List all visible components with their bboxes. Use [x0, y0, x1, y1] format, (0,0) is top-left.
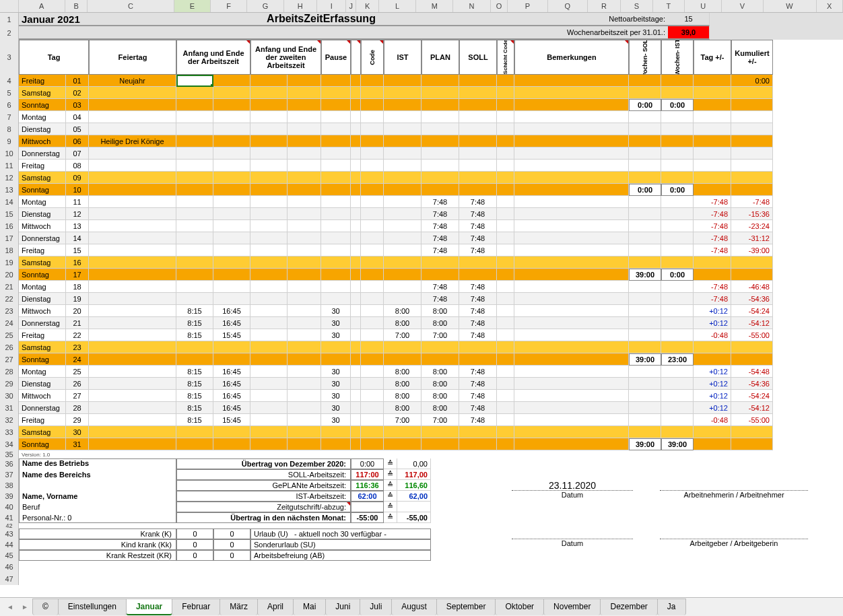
- start2-cell[interactable]: [250, 414, 288, 426]
- wist-cell[interactable]: [661, 172, 694, 184]
- day-cell[interactable]: Freitag: [19, 244, 66, 256]
- ist-cell[interactable]: [384, 426, 422, 438]
- col-header-V[interactable]: V: [722, 0, 763, 12]
- start1-cell[interactable]: [176, 256, 213, 269]
- column-headers[interactable]: ABCEFGHIJKLMNOPQRSTUVWX: [0, 0, 843, 13]
- soll-cell[interactable]: 7:48: [459, 281, 497, 293]
- tag-cell[interactable]: [694, 269, 731, 281]
- col-header-L[interactable]: L: [379, 0, 416, 12]
- code-cell[interactable]: [361, 208, 384, 220]
- bem-cell[interactable]: [514, 402, 629, 414]
- bem-cell[interactable]: [514, 414, 629, 426]
- plan-cell[interactable]: [422, 172, 459, 184]
- wsoll-cell[interactable]: 39:00: [629, 438, 661, 450]
- start2-cell[interactable]: [250, 269, 288, 281]
- kum-cell[interactable]: [731, 438, 773, 450]
- cell[interactable]: [351, 256, 361, 269]
- ist-cell[interactable]: [384, 147, 422, 160]
- plan-cell[interactable]: 7:48: [422, 220, 459, 232]
- wist-cell[interactable]: [661, 75, 694, 87]
- plan-cell[interactable]: [422, 426, 459, 438]
- ist-cell[interactable]: 8:00: [384, 305, 422, 317]
- ist-cell[interactable]: [384, 160, 422, 172]
- tag-cell[interactable]: +0:12: [694, 305, 731, 317]
- plan-cell[interactable]: 8:00: [422, 390, 459, 402]
- end2-cell[interactable]: [288, 123, 321, 135]
- col-header-C[interactable]: C: [88, 0, 174, 12]
- soll-cell[interactable]: [459, 256, 497, 269]
- sheet-tab-april[interactable]: April: [257, 598, 294, 607]
- feiertag-cell[interactable]: [89, 366, 176, 378]
- col-header-Q[interactable]: Q: [548, 0, 588, 12]
- daynum-cell[interactable]: 18: [66, 281, 89, 293]
- cell[interactable]: [497, 184, 514, 196]
- soll-cell[interactable]: 7:48: [459, 366, 497, 378]
- end2-cell[interactable]: [288, 341, 321, 353]
- start2-cell[interactable]: [250, 438, 288, 450]
- kum-cell[interactable]: -46:48: [731, 281, 773, 293]
- pause-cell[interactable]: [321, 269, 351, 281]
- sheet-tab-februar[interactable]: Februar: [172, 598, 220, 607]
- start1-cell[interactable]: [176, 341, 213, 353]
- end1-cell[interactable]: [213, 220, 250, 232]
- soll-cell[interactable]: 7:48: [459, 293, 497, 305]
- start2-cell[interactable]: [250, 353, 288, 366]
- cell[interactable]: [497, 305, 514, 317]
- row-number[interactable]: 35: [0, 450, 19, 458]
- plan-cell[interactable]: 7:00: [422, 414, 459, 426]
- cell[interactable]: [351, 220, 361, 232]
- end2-cell[interactable]: [288, 220, 321, 232]
- row-number[interactable]: 17: [0, 232, 19, 244]
- ist-cell[interactable]: [384, 172, 422, 184]
- end2-cell[interactable]: [288, 111, 321, 123]
- plan-cell[interactable]: 7:48: [422, 281, 459, 293]
- start1-cell[interactable]: [176, 220, 213, 232]
- wist-cell[interactable]: [661, 123, 694, 135]
- daynum-cell[interactable]: 03: [66, 99, 89, 111]
- wist-cell[interactable]: [661, 244, 694, 256]
- kum-cell[interactable]: -55:00: [731, 329, 773, 341]
- plan-cell[interactable]: [422, 256, 459, 269]
- bem-cell[interactable]: [514, 341, 629, 353]
- code-cell[interactable]: [361, 269, 384, 281]
- daynum-cell[interactable]: 06: [66, 135, 89, 147]
- cell[interactable]: [351, 87, 361, 99]
- tag-cell[interactable]: [694, 184, 731, 196]
- col-header-S[interactable]: S: [621, 0, 652, 12]
- cell[interactable]: [351, 147, 361, 160]
- tag-cell[interactable]: [694, 172, 731, 184]
- plan-cell[interactable]: 7:00: [422, 329, 459, 341]
- start2-cell[interactable]: [250, 99, 288, 111]
- end2-cell[interactable]: [288, 378, 321, 390]
- soll-cell[interactable]: [459, 160, 497, 172]
- start1-cell[interactable]: [176, 99, 213, 111]
- wsoll-cell[interactable]: 39:00: [629, 269, 661, 281]
- day-cell[interactable]: Sonntag: [19, 438, 66, 450]
- day-cell[interactable]: Dienstag: [19, 293, 66, 305]
- daynum-cell[interactable]: 05: [66, 123, 89, 135]
- end1-cell[interactable]: [213, 341, 250, 353]
- day-cell[interactable]: Freitag: [19, 329, 66, 341]
- wsoll-cell[interactable]: [629, 305, 661, 317]
- col-header-K[interactable]: K: [356, 0, 379, 12]
- kum-cell[interactable]: -55:00: [731, 414, 773, 426]
- soll-cell[interactable]: 7:48: [459, 378, 497, 390]
- wsoll-cell[interactable]: [629, 208, 661, 220]
- kum-cell[interactable]: -39:00: [731, 244, 773, 256]
- pause-cell[interactable]: [321, 220, 351, 232]
- cell[interactable]: [351, 160, 361, 172]
- col-header-P[interactable]: P: [508, 0, 547, 12]
- plan-cell[interactable]: 7:48: [422, 232, 459, 244]
- ist-cell[interactable]: 7:00: [384, 414, 422, 426]
- cell[interactable]: [497, 99, 514, 111]
- ist-cell[interactable]: [384, 220, 422, 232]
- start1-cell[interactable]: [176, 293, 213, 305]
- code-cell[interactable]: [361, 184, 384, 196]
- pause-cell[interactable]: [321, 99, 351, 111]
- daynum-cell[interactable]: 13: [66, 220, 89, 232]
- start1-cell[interactable]: [176, 208, 213, 220]
- kum-cell[interactable]: -54:12: [731, 317, 773, 329]
- end1-cell[interactable]: [213, 123, 250, 135]
- soll-cell[interactable]: 7:48: [459, 414, 497, 426]
- daynum-cell[interactable]: 10: [66, 184, 89, 196]
